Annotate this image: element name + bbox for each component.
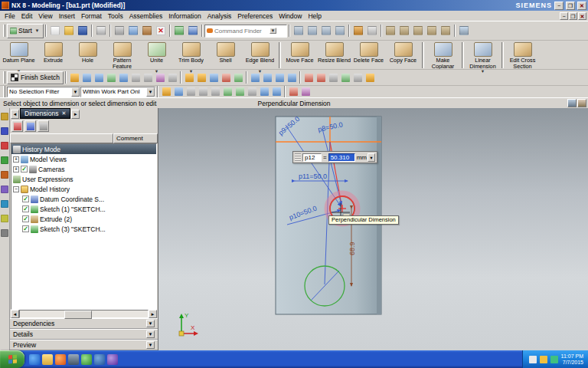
menu-insert[interactable]: Insert [56, 12, 78, 20]
tab-scroll-right-icon[interactable]: ► [71, 110, 80, 119]
linear-dimension-button[interactable]: Linear Dimension ▼ [466, 41, 500, 73]
show-constraints-icon[interactable] [327, 71, 339, 84]
start-menu-button[interactable]: Start ▼ [7, 24, 44, 38]
open-file-icon[interactable] [62, 24, 76, 38]
navigator-filter-icon[interactable] [24, 120, 36, 132]
copy-icon[interactable] [126, 24, 140, 38]
section-details[interactable]: Details ▼ [10, 329, 158, 340]
zoom-icon[interactable] [305, 24, 319, 38]
sketch-mirror-icon[interactable] [207, 71, 220, 84]
menu-file[interactable]: File [2, 12, 18, 20]
intersection-snap-icon[interactable] [209, 86, 221, 98]
shell-button[interactable]: Shell [208, 41, 243, 70]
alert-panel-icon[interactable] [577, 99, 586, 107]
trim-body-button[interactable]: Trim Body ▼ [174, 41, 208, 73]
sketch-intersection-icon[interactable] [220, 71, 232, 84]
tab-scroll-left-icon[interactable]: ◄ [11, 110, 19, 119]
paste-icon[interactable] [140, 24, 154, 38]
expand-icon[interactable]: + [13, 156, 19, 163]
side-view-icon[interactable] [439, 24, 452, 38]
chevron-down-icon[interactable]: ▼ [146, 320, 155, 327]
browser-icon[interactable] [94, 354, 105, 365]
menu-edit[interactable]: Edit [18, 12, 36, 20]
drag-handle-icon[interactable] [295, 153, 301, 162]
auto-constrain-icon[interactable] [315, 71, 327, 84]
sketch-circle-icon[interactable] [105, 71, 117, 84]
tree-item-model-views[interactable]: + Model Views [11, 154, 156, 164]
menu-tools[interactable]: Tools [105, 12, 126, 20]
sketch-rectangle-icon[interactable] [129, 71, 142, 84]
start-button[interactable] [0, 350, 24, 368]
copy-face-button[interactable]: Copy Face [386, 41, 420, 70]
web-browser-icon[interactable] [1, 186, 8, 193]
name-column-header[interactable] [10, 133, 113, 143]
sketch-profile-icon[interactable] [68, 71, 80, 84]
angular-dimension-icon[interactable] [273, 71, 286, 84]
child-minimize-button[interactable]: − [560, 12, 568, 20]
sketch-project-icon[interactable] [232, 71, 244, 84]
command-finder-input[interactable] [214, 28, 268, 34]
child-close-button[interactable]: ✕ [578, 12, 586, 20]
reuse-library-icon[interactable] [1, 156, 8, 164]
tree-item-datum-coordinate[interactable]: ✓ Datum Coordinate S... [11, 194, 156, 204]
new-file-icon[interactable] [48, 24, 62, 38]
point-on-curve-snap-icon[interactable] [258, 86, 270, 98]
nx-launcher-icon[interactable] [107, 354, 118, 365]
tree-item-sketch-1[interactable]: ✓ Sketch (1) "SKETCH... [11, 204, 156, 214]
checkbox-icon[interactable]: ✓ [22, 196, 29, 202]
snap-point-icon[interactable] [172, 86, 185, 98]
rotate-view-icon[interactable] [333, 24, 347, 38]
unite-button[interactable]: Unite ▼ [139, 41, 174, 73]
dimension-name-field[interactable]: p12 [302, 153, 322, 162]
grid-snap-icon[interactable] [287, 86, 299, 98]
combo-dropdown-icon[interactable]: ▼ [71, 87, 80, 97]
constraint-navigator-icon[interactable] [1, 127, 8, 135]
tree-item-model-history[interactable]: − Model History [11, 184, 156, 194]
section-preview[interactable]: Preview ▼ [10, 340, 158, 350]
comment-column-header[interactable]: Comment [113, 133, 158, 143]
file-explorer-icon[interactable] [42, 354, 53, 365]
tab-close-icon[interactable]: ✕ [61, 110, 66, 117]
sketch-polygon-icon[interactable] [142, 71, 154, 84]
pan-icon[interactable] [319, 24, 333, 38]
tray-volume-icon[interactable] [529, 356, 537, 363]
dimension-text-p11[interactable]: p11=50.0 [299, 172, 327, 180]
section-dependencies[interactable]: Dependencies ▼ [10, 318, 158, 329]
wireframe-view-icon[interactable] [365, 24, 379, 38]
highlight-icon[interactable] [160, 86, 172, 98]
unit-dropdown-icon[interactable]: ▼ [368, 153, 375, 162]
navigator-refresh-icon[interactable] [38, 120, 49, 132]
messenger-icon[interactable] [81, 354, 92, 365]
menu-help[interactable]: Help [305, 12, 324, 20]
selection-scope-combo[interactable]: Within Work Part Onl ▼ [80, 87, 155, 97]
sketch-pattern-icon[interactable] [195, 71, 207, 84]
system-materials-icon[interactable] [1, 215, 8, 222]
collapse-icon[interactable]: − [13, 186, 19, 192]
menu-analysis[interactable]: Analysis [204, 12, 235, 20]
history-palette-icon[interactable] [1, 200, 8, 208]
scrollbar-thumb[interactable] [64, 310, 92, 319]
point-on-surface-snap-icon[interactable] [270, 86, 283, 98]
close-button[interactable]: ✕ [577, 2, 586, 10]
expand-icon[interactable]: + [13, 166, 19, 172]
delete-face-button[interactable]: Delete Face [351, 41, 386, 70]
sketch-spline-icon[interactable] [154, 71, 166, 84]
edge-blend-button[interactable]: Edge Blend ▼ [243, 41, 277, 73]
make-coplanar-button[interactable]: Make Coplanar [426, 41, 460, 70]
dimension-value-field[interactable]: 50.310 [328, 153, 355, 162]
sketch-line-icon[interactable] [80, 71, 93, 84]
chevron-down-icon[interactable]: ▼ [146, 341, 155, 349]
part-navigator-icon[interactable] [1, 142, 8, 150]
hole-button[interactable]: Hole [70, 41, 105, 70]
sketch-offset-icon[interactable] [183, 71, 195, 84]
selection-filter-combo[interactable]: No Selection Filter ▼ [7, 87, 80, 97]
toolbar-grip[interactable] [3, 86, 5, 98]
tray-network-icon[interactable] [550, 356, 558, 363]
convert-reference-icon[interactable] [351, 71, 364, 84]
tab-dimensions[interactable]: Dimensions ✕ [20, 108, 70, 119]
assembly-navigator-icon[interactable] [1, 113, 8, 120]
wcs-origin[interactable] [179, 331, 184, 336]
hd3d-tools-icon[interactable] [1, 171, 8, 179]
scroll-left-icon[interactable]: ◄ [11, 310, 19, 318]
clock[interactable]: 11:07 PM 7/7/2015 [561, 353, 583, 366]
